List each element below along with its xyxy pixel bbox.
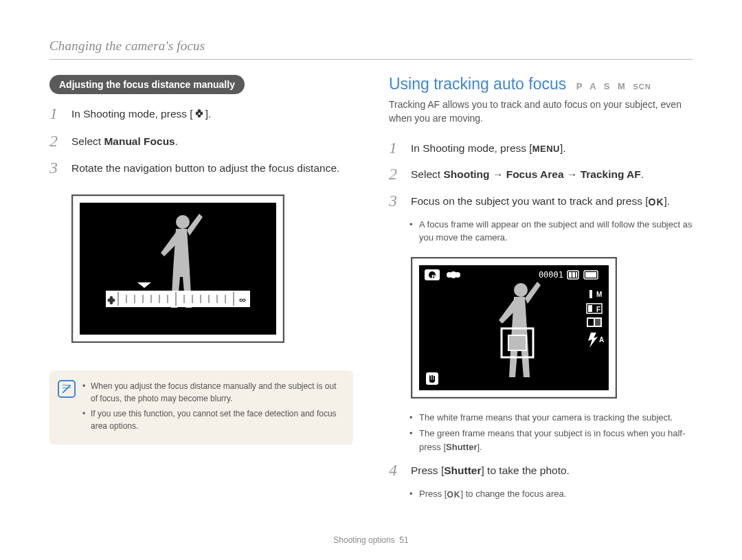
bullet-item: The green frame means that your subject … xyxy=(409,427,693,453)
arrow: → xyxy=(564,168,581,180)
shot-counter: 00001 xyxy=(539,270,563,280)
page-footer: Shooting options 51 xyxy=(0,535,742,545)
step-4: 4 Press [Shutter] to take the photo. xyxy=(389,460,693,480)
overlay-m: M xyxy=(596,291,602,298)
flower-macro-icon xyxy=(193,108,205,124)
text: ]. xyxy=(560,142,566,154)
svg-rect-31 xyxy=(572,272,575,278)
svg-point-2 xyxy=(176,215,190,229)
bullet-item: Press [OK] to change the focus area. xyxy=(409,487,693,501)
step-3: 3 Rotate the navigation button to adjust… xyxy=(49,158,353,178)
step-1: 1 In Shooting mode, press []. xyxy=(49,104,353,124)
text: ]. xyxy=(664,195,671,207)
step-number: 3 xyxy=(49,158,71,178)
right-column: Using tracking auto focus P A S M SCN Tr… xyxy=(389,75,693,508)
sub-bullet-list: A focus frame will appear on the subject… xyxy=(409,218,693,245)
section-intro: Tracking AF allows you to track and auto… xyxy=(389,98,693,126)
note-list: When you adjust the focus distance manua… xyxy=(82,380,341,435)
bold-text: Shutter xyxy=(444,464,481,476)
step-text: Rotate the navigation button to adjust t… xyxy=(71,158,339,178)
svg-rect-44 xyxy=(508,335,526,350)
note-item: If you use this function, you cannot set… xyxy=(82,407,341,432)
text: ] to take the photo. xyxy=(481,464,569,476)
sub-bullet-list: The white frame means that your camera i… xyxy=(409,411,693,454)
step-text: In Shooting mode, press []. xyxy=(71,104,211,124)
text: . xyxy=(175,135,178,147)
step-number: 3 xyxy=(389,191,411,211)
step-text: Select Manual Focus. xyxy=(71,131,178,151)
header-rule xyxy=(49,59,693,60)
text: Focus on the subject you want to track a… xyxy=(411,195,649,207)
text: Select xyxy=(71,135,104,147)
svg-rect-30 xyxy=(569,272,572,278)
svg-text:P: P xyxy=(431,273,436,280)
text: Select xyxy=(411,168,443,180)
bold-text: Focus Area xyxy=(506,168,564,180)
bullet-item: The white frame means that your camera i… xyxy=(409,411,693,425)
svg-rect-35 xyxy=(589,290,592,298)
step-3: 3 Focus on the subject you want to track… xyxy=(389,191,693,211)
text: ]. xyxy=(477,442,482,452)
text: Press [ xyxy=(411,464,444,476)
mode-tags: P A S M SCN xyxy=(576,81,651,91)
step-number: 4 xyxy=(389,460,411,480)
mode-scn: SCN xyxy=(633,82,651,91)
svg-rect-3 xyxy=(106,291,250,307)
bullet-item: A focus frame will appear on the subject… xyxy=(409,218,693,245)
bold-text: Shooting xyxy=(443,168,489,180)
bold-text: Manual Focus xyxy=(104,135,175,147)
left-column: Adjusting the focus distance manually 1 … xyxy=(49,75,353,508)
section-heading-row: Using tracking auto focus P A S M SCN xyxy=(389,75,693,93)
step-number: 1 xyxy=(49,104,71,124)
text: . xyxy=(641,168,644,180)
footer-page-number: 51 xyxy=(399,535,408,545)
svg-rect-32 xyxy=(576,272,577,278)
step-text: Focus on the subject you want to track a… xyxy=(411,191,670,211)
step-2: 2 Select Manual Focus. xyxy=(49,131,353,151)
section-title: Using tracking auto focus xyxy=(389,75,566,93)
svg-rect-37 xyxy=(588,305,592,312)
step-text: In Shooting mode, press [MENU]. xyxy=(411,138,566,158)
bold-text: Shutter xyxy=(446,442,477,452)
page-header: Changing the camera's focus xyxy=(49,38,693,54)
svg-rect-39 xyxy=(588,319,594,326)
svg-rect-34 xyxy=(585,272,596,278)
modes: P A S M xyxy=(576,81,628,91)
text: ] to change the focus area. xyxy=(460,489,566,499)
svg-point-28 xyxy=(455,272,460,278)
ok-button-label: OK xyxy=(649,195,664,209)
arrow: → xyxy=(490,168,506,180)
overlay-f: F xyxy=(596,306,600,313)
step-number: 1 xyxy=(389,138,411,158)
note-box: When you adjust the focus distance manua… xyxy=(49,370,353,445)
content-columns: Adjusting the focus distance manually 1 … xyxy=(49,75,693,508)
text: In Shooting mode, press [ xyxy=(411,142,532,154)
subsection-pill: Adjusting the focus distance manually xyxy=(49,75,245,94)
svg-point-42 xyxy=(514,283,528,297)
step-number: 2 xyxy=(389,164,411,184)
manual-focus-illustration: ∞ xyxy=(71,194,284,343)
text: ]. xyxy=(205,108,212,120)
text: Press [ xyxy=(419,489,447,499)
menu-button-label: MENU xyxy=(532,143,560,156)
sub-bullet-list: Press [OK] to change the focus area. xyxy=(409,487,693,501)
step-text: Select Shooting → Focus Area → Tracking … xyxy=(411,164,644,184)
step-2: 2 Select Shooting → Focus Area → Trackin… xyxy=(389,164,693,184)
overlay-flash-a: A xyxy=(599,336,604,344)
step-number: 2 xyxy=(49,131,71,151)
bold-text: Tracking AF xyxy=(581,168,641,180)
step-text: Press [Shutter] to take the photo. xyxy=(411,460,570,480)
svg-rect-40 xyxy=(595,319,600,326)
ok-button-label: OK xyxy=(447,489,460,501)
tracking-af-illustration: P 00001 M F xyxy=(411,257,617,399)
note-item: When you adjust the focus distance manua… xyxy=(82,380,341,405)
text: In Shooting mode, press [ xyxy=(71,108,193,120)
svg-text:∞: ∞ xyxy=(239,294,246,305)
note-icon xyxy=(58,380,76,398)
footer-label: Shooting options xyxy=(333,535,394,545)
step-1: 1 In Shooting mode, press [MENU]. xyxy=(389,138,693,158)
